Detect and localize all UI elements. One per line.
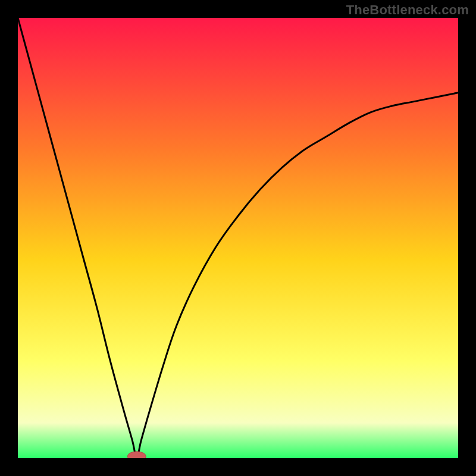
- watermark-text: TheBottleneck.com: [346, 2, 469, 18]
- bottleneck-chart: [18, 18, 458, 458]
- gradient-background: [18, 18, 458, 458]
- chart-frame: TheBottleneck.com: [0, 0, 476, 476]
- plot-area: [18, 18, 458, 458]
